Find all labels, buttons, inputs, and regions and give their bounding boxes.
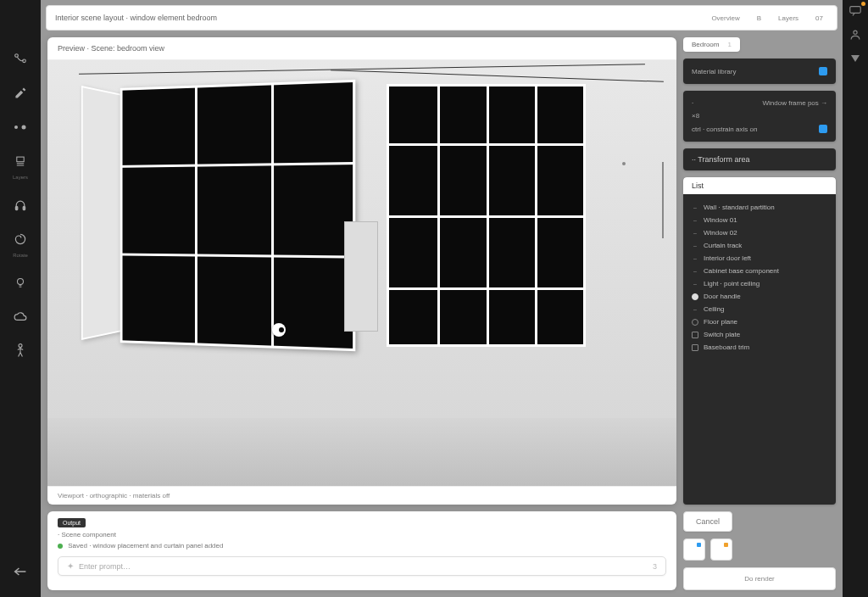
triangle-down-icon[interactable] (848, 51, 863, 66)
box-icon (692, 332, 698, 338)
bottom-strip: Output · Scene component Saved · window … (41, 511, 843, 597)
bulb-icon[interactable] (12, 275, 29, 292)
list-item[interactable]: –Ceiling (688, 303, 831, 315)
topbar-btn-3[interactable]: 07 (810, 13, 828, 24)
list-item-label: Interior door left (704, 254, 751, 262)
list-body: –Wall · standard partition–Window 01–Win… (683, 194, 836, 505)
viewport-canvas[interactable] (47, 60, 676, 486)
prompt-input[interactable]: ✦ Enter prompt… 3 (58, 556, 666, 576)
prompt-count: 3 (653, 562, 657, 571)
list-item[interactable]: –Cabinet base component (688, 265, 831, 277)
list-item-label: Window 01 (704, 216, 737, 224)
topbar-btn-1[interactable]: B (752, 13, 766, 24)
row2-label: ×8 (692, 112, 699, 120)
cancel-button[interactable]: Cancel (683, 511, 732, 532)
console-panel: Output · Scene component Saved · window … (47, 511, 676, 590)
dash-icon: – (692, 230, 698, 237)
list-item[interactable]: –Window 01 (688, 214, 831, 226)
status-dot-icon (58, 544, 63, 549)
viewport-header: Preview · Scene: bedroom view (47, 37, 676, 60)
render-button[interactable]: Do render (683, 567, 836, 590)
list-item-label: Curtain track (704, 242, 742, 249)
eyedropper-icon[interactable] (12, 85, 29, 102)
user-icon[interactable] (848, 27, 863, 42)
far-right-strip (843, 0, 868, 597)
figure-icon[interactable] (12, 343, 29, 360)
svg-rect-4 (17, 157, 24, 162)
svg-rect-9 (850, 7, 860, 14)
svg-point-10 (854, 31, 857, 34)
side-controls: Cancel Do render (683, 511, 836, 590)
console-line-2: Saved · window placement and curtain pan… (58, 542, 666, 550)
console-line-2-text: Saved · window placement and curtain pan… (68, 542, 223, 550)
list-item[interactable]: –Interior door left (688, 252, 831, 265)
arrow-left-icon[interactable] (12, 563, 29, 580)
box-icon (692, 344, 698, 351)
material-card-title: Material library (692, 68, 736, 75)
list-item-label: Floor plane (704, 318, 737, 326)
dash-icon: – (692, 306, 698, 313)
cabinet (344, 221, 378, 332)
dash-icon: – (692, 204, 698, 211)
svg-rect-6 (23, 207, 25, 210)
app-root: Layers Rotate Interior scene layout · wi… (0, 0, 868, 597)
scene-tag-count: 1 (727, 41, 731, 48)
spiral-icon[interactable] (12, 231, 29, 248)
scene-tag[interactable]: Bedroom 1 (683, 37, 740, 52)
headphones-icon[interactable] (12, 197, 29, 214)
circle-filled-icon (692, 293, 698, 300)
window-1 (120, 80, 356, 351)
layer-icon-label: Layers (13, 175, 28, 180)
topbar-btn-2[interactable]: Layers (773, 13, 804, 24)
list-item[interactable]: Floor plane (688, 315, 831, 328)
message-icon[interactable] (848, 3, 863, 19)
node-icon[interactable] (12, 51, 29, 68)
preview-thumb-2[interactable] (710, 538, 732, 561)
topbar-btn-0[interactable]: Overview (706, 13, 744, 24)
transform-area-label: ·· Transform area (692, 155, 827, 164)
svg-point-3 (22, 126, 26, 130)
dash-icon: – (692, 243, 698, 249)
list-item-label: Wall · standard partition (704, 204, 775, 211)
svg-point-7 (18, 278, 24, 284)
row1-text: Window frame pos → (763, 99, 827, 107)
sparkle-icon: ✦ (67, 561, 74, 571)
list-item-label: Door handle (704, 293, 741, 300)
list-item-label: Light · point ceiling (704, 280, 760, 287)
dash-icon: – (692, 268, 698, 275)
prompt-placeholder: Enter prompt… (79, 562, 648, 571)
outline-list: List –Wall · standard partition–Window 0… (683, 177, 836, 505)
preview-thumb-1[interactable] (683, 538, 705, 561)
thumb-row (683, 538, 732, 561)
list-item[interactable]: –Light · point ceiling (688, 277, 831, 290)
list-item-label: Switch plate (704, 331, 740, 338)
material-card[interactable]: Material library (683, 59, 836, 84)
list-item-label: Cabinet base component (704, 267, 779, 275)
spiral-icon-label: Rotate (13, 253, 28, 258)
list-item[interactable]: Baseboard trim (688, 341, 831, 354)
svg-rect-5 (15, 207, 17, 210)
list-item-label: Ceiling (704, 305, 724, 313)
list-tab[interactable]: List (683, 177, 836, 194)
window-2 (387, 84, 586, 347)
list-item-label: Baseboard trim (704, 343, 749, 351)
viewport-panel: Preview · Scene: bedroom view (47, 37, 676, 505)
content-row: Preview · Scene: bedroom view (41, 31, 843, 511)
door-handle (272, 323, 286, 337)
list-item[interactable]: –Wall · standard partition (688, 201, 831, 214)
list-item[interactable]: Door handle (688, 290, 831, 303)
dots-icon[interactable] (12, 119, 29, 136)
cloud-icon[interactable] (12, 309, 29, 326)
list-item[interactable]: Switch plate (688, 328, 831, 341)
accent-swatch-icon (819, 125, 827, 133)
list-item[interactable]: –Window 02 (688, 226, 831, 239)
topbar-title: Interior scene layout · window element b… (55, 14, 217, 22)
layer-icon[interactable] (12, 153, 29, 170)
list-item[interactable]: –Curtain track (688, 239, 831, 252)
svg-point-0 (15, 54, 19, 58)
topbar: Interior scene layout · window element b… (46, 5, 837, 31)
door-frame-right (662, 162, 664, 238)
transform-card: · Window frame pos → ×8 ctrl · constrain… (683, 91, 836, 142)
console-line-1: · Scene component (58, 531, 666, 538)
transform-area-head[interactable]: ·· Transform area (683, 148, 836, 170)
